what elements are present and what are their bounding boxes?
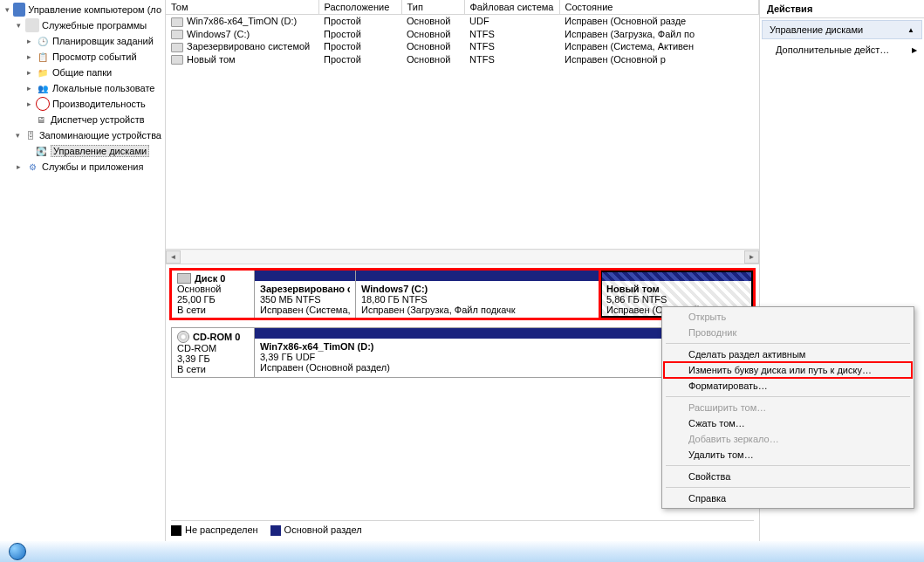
partition-windows7[interactable]: Windows7 (C:) 18,80 ГБ NTFS Исправен (За… <box>355 271 600 318</box>
volume-icon <box>171 43 183 52</box>
menu-extend: Расширить том… <box>664 400 912 415</box>
table-row[interactable]: Зарезервировано системойПростойОсновнойN… <box>166 40 759 53</box>
tree-event-viewer[interactable]: ▸📋Просмотр событий <box>2 49 163 65</box>
volume-icon <box>171 30 183 39</box>
cdrom-0-state: В сети <box>177 364 249 374</box>
menu-delete[interactable]: Удалить том… <box>664 447 912 463</box>
event-icon: 📋 <box>36 50 50 64</box>
clock-icon: 🕒 <box>36 34 50 48</box>
menu-open: Открыть <box>664 309 912 325</box>
services-icon: ⚙ <box>25 160 39 174</box>
legend-swatch-primary <box>270 525 281 536</box>
disk-0-state: В сети <box>177 305 249 315</box>
tree-services[interactable]: ▸⚙Службы и приложения <box>2 159 163 175</box>
taskbar[interactable] <box>0 541 924 562</box>
cdrom-icon <box>177 331 189 343</box>
disk-0-type: Основной <box>177 284 249 294</box>
volume-table: Том Расположение Тип Файловая система Со… <box>166 0 759 264</box>
scroll-right-icon[interactable]: ► <box>744 250 759 264</box>
windows-orb-icon <box>9 543 26 560</box>
chevron-right-icon: ▶ <box>912 46 917 54</box>
tree-performance[interactable]: ▸Производительность <box>2 96 163 112</box>
hdd-icon <box>177 273 191 284</box>
device-icon: 🖥 <box>34 113 48 127</box>
legend-swatch-unallocated <box>171 525 181 536</box>
storage-icon: 🗄 <box>24 128 37 142</box>
users-icon: 👥 <box>36 81 50 95</box>
menu-add-mirror: Добавить зеркало… <box>664 431 912 447</box>
col-layout[interactable]: Расположение <box>318 0 401 15</box>
no-icon <box>36 97 50 111</box>
disk-0-size: 25,00 ГБ <box>177 294 249 305</box>
tree-device-manager[interactable]: 🖥Диспетчер устройств <box>2 112 163 127</box>
menu-explorer: Проводник <box>664 325 912 340</box>
table-row[interactable]: Win7x86-x64_TimON (D:)ПростойОсновнойUDF… <box>166 15 759 28</box>
cdrom-0-type: CD-ROM <box>177 343 249 353</box>
computer-icon <box>13 3 25 17</box>
partition-system-reserved[interactable]: Зарезервировано с 350 МБ NTFS Исправен (… <box>255 271 355 318</box>
nav-tree: ▾Управление компьютером (ло ▾Служебные п… <box>0 0 166 541</box>
scroll-left-icon[interactable]: ◄ <box>166 250 181 264</box>
menu-change-letter[interactable]: Изменить букву диска или путь к диску… <box>664 362 912 378</box>
tree-local-users[interactable]: ▸👥Локальные пользовате <box>2 80 163 96</box>
tree-storage[interactable]: ▾🗄Запоминающие устройства <box>2 127 163 143</box>
menu-shrink[interactable]: Сжать том… <box>664 415 912 431</box>
menu-format[interactable]: Форматировать… <box>664 378 912 394</box>
menu-make-active[interactable]: Сделать раздел активным <box>664 346 912 362</box>
start-button[interactable] <box>0 541 35 562</box>
volume-icon <box>171 17 183 27</box>
col-fs[interactable]: Файловая система <box>464 0 559 15</box>
tree-shared-folders[interactable]: ▸📁Общие папки <box>2 65 163 80</box>
cdrom-0-header[interactable]: CD-ROM 0 CD-ROM 3,39 ГБ В сети <box>172 328 255 377</box>
tree-scheduler[interactable]: ▸🕒Планировщик заданий <box>2 33 163 49</box>
legend-primary: Основной раздел <box>284 524 362 535</box>
tree-root[interactable]: ▾Управление компьютером (ло <box>2 2 163 17</box>
collapse-icon: ▲ <box>907 26 914 34</box>
tree-system-tools[interactable]: ▾Служебные программы <box>2 17 163 33</box>
table-row[interactable]: Windows7 (C:)ПростойОсновнойNTFSИсправен… <box>166 28 759 41</box>
actions-subheader[interactable]: Управление дисками▲ <box>762 20 922 39</box>
legend: Не распределен Основной раздел <box>171 520 754 536</box>
h-scrollbar[interactable]: ◄ ► <box>166 249 759 264</box>
tree-disk-management[interactable]: 💽Управление дисками <box>2 143 163 159</box>
context-menu: Открыть Проводник Сделать раздел активны… <box>661 306 914 509</box>
actions-more[interactable]: Дополнительные дейст…▶ <box>760 41 924 58</box>
col-status[interactable]: Состояние <box>559 0 759 15</box>
legend-unallocated: Не распределен <box>185 524 258 535</box>
cdrom-0-size: 3,39 ГБ <box>177 353 249 364</box>
col-volume[interactable]: Том <box>166 0 318 15</box>
menu-properties[interactable]: Свойства <box>664 469 912 484</box>
tools-icon <box>25 18 39 32</box>
disk-0-header[interactable]: Диск 0 Основной 25,00 ГБ В сети <box>172 271 255 318</box>
actions-header: Действия <box>760 0 924 18</box>
table-row[interactable]: Новый томПростойОсновнойNTFSИсправен (Ос… <box>166 53 759 66</box>
folder-icon: 📁 <box>36 65 50 79</box>
volume-icon <box>171 55 183 65</box>
disk-icon: 💽 <box>34 144 48 158</box>
col-type[interactable]: Тип <box>401 0 464 15</box>
menu-help[interactable]: Справка <box>664 490 912 506</box>
